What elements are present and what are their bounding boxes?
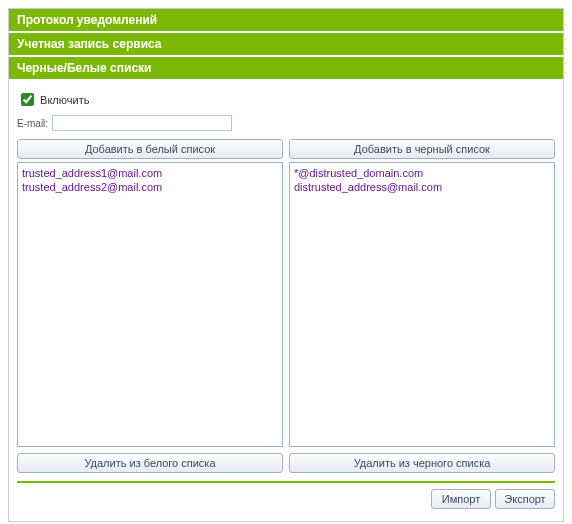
- section-protocol[interactable]: Протокол уведомлений: [9, 9, 563, 32]
- list-item[interactable]: trusted_address1@mail.com: [22, 166, 278, 180]
- lists-wrap: Добавить в белый список trusted_address1…: [17, 139, 555, 473]
- export-button[interactable]: Экспорт: [495, 489, 555, 509]
- email-row: E-mail:: [17, 115, 555, 131]
- blacklist-listbox[interactable]: *@distrusted_domain.comdistrusted_addres…: [289, 162, 555, 447]
- settings-panel: Протокол уведомлений Учетная запись серв…: [8, 8, 564, 522]
- blacklist-column: Добавить в черный список *@distrusted_do…: [289, 139, 555, 473]
- add-whitelist-button[interactable]: Добавить в белый список: [17, 139, 283, 159]
- whitelist-listbox[interactable]: trusted_address1@mail.comtrusted_address…: [17, 162, 283, 447]
- remove-whitelist-button[interactable]: Удалить из белого списка: [17, 453, 283, 473]
- list-item[interactable]: *@distrusted_domain.com: [294, 166, 550, 180]
- list-item[interactable]: trusted_address2@mail.com: [22, 180, 278, 194]
- section-account[interactable]: Учетная запись сервиса: [9, 32, 563, 56]
- email-label: E-mail:: [17, 118, 48, 129]
- enable-label: Включить: [40, 94, 89, 106]
- lists-content: Включить E-mail: Добавить в белый список…: [9, 80, 563, 521]
- enable-checkbox[interactable]: [21, 93, 34, 106]
- section-lists[interactable]: Черные/Белые списки: [9, 56, 563, 80]
- whitelist-column: Добавить в белый список trusted_address1…: [17, 139, 283, 473]
- import-button[interactable]: Импорт: [431, 489, 491, 509]
- email-input[interactable]: [52, 115, 232, 131]
- add-blacklist-button[interactable]: Добавить в черный список: [289, 139, 555, 159]
- import-export-row: Импорт Экспорт: [17, 481, 555, 513]
- remove-blacklist-button[interactable]: Удалить из черного списка: [289, 453, 555, 473]
- enable-row: Включить: [17, 90, 555, 109]
- list-item[interactable]: distrusted_address@mail.com: [294, 180, 550, 194]
